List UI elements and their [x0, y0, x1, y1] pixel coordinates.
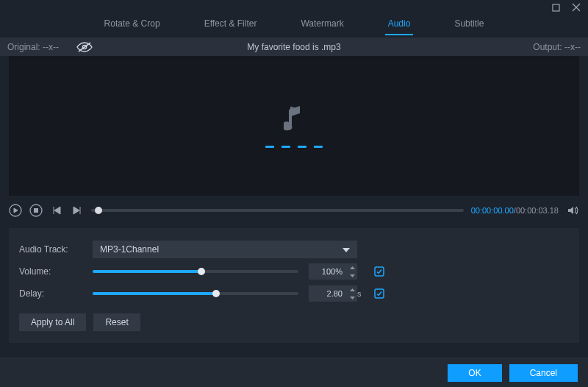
- filename-label: My favorite food is .mp3: [247, 42, 340, 52]
- delay-value-box[interactable]: 2.80: [309, 285, 357, 302]
- tab-subtitle[interactable]: Subtitle: [454, 18, 484, 35]
- delay-value: 2.80: [309, 289, 347, 298]
- output-dimensions: Output: --x--: [533, 42, 581, 52]
- reset-button[interactable]: Reset: [93, 313, 140, 331]
- delay-reset-icon[interactable]: [373, 288, 385, 299]
- svg-rect-9: [375, 267, 384, 276]
- close-button[interactable]: [569, 1, 584, 14]
- ok-button[interactable]: OK: [448, 364, 501, 382]
- music-note-icon: [284, 104, 304, 135]
- delay-slider-knob[interactable]: [212, 290, 220, 297]
- total-time: 00:00:03.18: [516, 206, 559, 215]
- maximize-button[interactable]: [548, 1, 563, 14]
- prev-button[interactable]: [50, 204, 63, 217]
- volume-step-down[interactable]: [347, 271, 357, 280]
- delay-label: Delay:: [19, 288, 93, 299]
- time-display: 00:00:00.00/00:00:03.18: [471, 206, 559, 215]
- volume-step-up[interactable]: [347, 263, 357, 271]
- svg-rect-0: [553, 4, 559, 11]
- timeline-slider[interactable]: [91, 209, 464, 212]
- audio-track-select[interactable]: MP3-1Channel: [93, 241, 357, 258]
- audio-track-label: Audio Track:: [19, 244, 93, 255]
- stop-button[interactable]: [29, 204, 43, 217]
- current-time: 00:00:00.00: [471, 206, 514, 215]
- next-button[interactable]: [71, 204, 84, 217]
- tab-effect-filter[interactable]: Effect & Filter: [204, 18, 257, 35]
- volume-slider-knob[interactable]: [198, 268, 205, 275]
- delay-slider-fill: [93, 292, 216, 295]
- timeline-knob[interactable]: [95, 207, 102, 214]
- delay-unit: s: [357, 289, 368, 298]
- volume-value: 100%: [309, 267, 347, 276]
- tab-watermark[interactable]: Watermark: [301, 18, 343, 35]
- tab-audio[interactable]: Audio: [388, 18, 411, 35]
- original-dimensions: Original: --x--: [7, 42, 59, 52]
- chevron-down-icon: [343, 244, 350, 255]
- preview-toggle-icon[interactable]: [76, 41, 93, 53]
- delay-step-up[interactable]: [347, 285, 357, 294]
- volume-icon[interactable]: [566, 204, 579, 217]
- svg-rect-10: [375, 289, 384, 298]
- preview-area: [9, 56, 579, 196]
- volume-slider-fill: [93, 270, 201, 273]
- delay-slider[interactable]: [93, 292, 298, 295]
- svg-rect-8: [35, 209, 38, 213]
- delay-step-down[interactable]: [347, 294, 357, 302]
- volume-label: Volume:: [19, 266, 93, 277]
- volume-value-box[interactable]: 100%: [309, 263, 357, 280]
- equalizer-icon: [265, 146, 323, 148]
- apply-to-all-button[interactable]: Apply to All: [19, 313, 86, 331]
- tab-rotate-crop[interactable]: Rotate & Crop: [104, 18, 160, 35]
- play-button[interactable]: [9, 204, 22, 217]
- audio-track-value: MP3-1Channel: [100, 244, 159, 255]
- volume-reset-icon[interactable]: [373, 266, 385, 277]
- volume-slider[interactable]: [93, 270, 298, 273]
- cancel-button[interactable]: Cancel: [509, 364, 578, 382]
